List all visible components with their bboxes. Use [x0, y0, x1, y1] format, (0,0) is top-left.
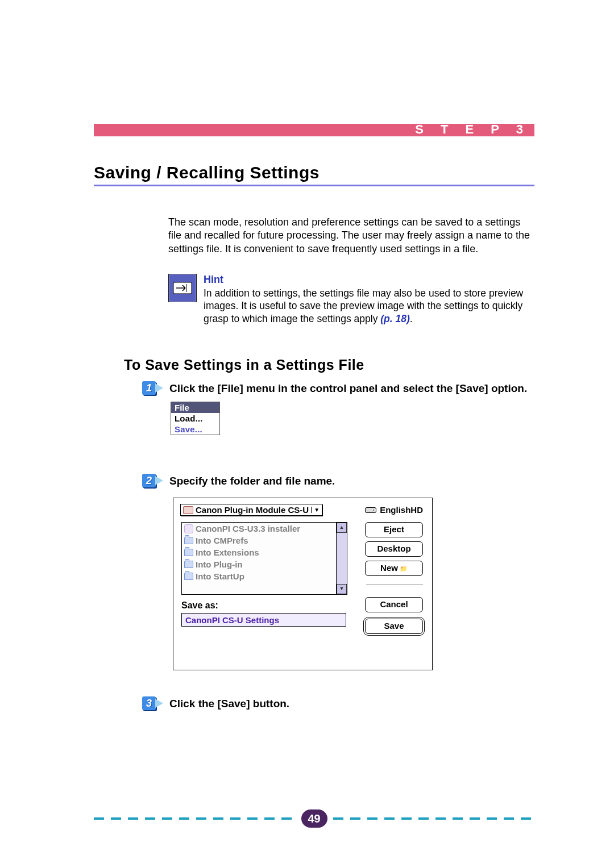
eject-button[interactable]: Eject [365, 522, 423, 537]
list-item-label: Into CMPrefs [196, 536, 248, 545]
save-dialog: Canon Plug-in Module CS-U ▼ EnglishHD Ca… [173, 498, 433, 670]
chevron-down-icon: ▼ [311, 507, 320, 513]
scroll-down-icon[interactable]: ▼ [337, 584, 347, 594]
step-marker-1: 1 [142, 381, 163, 396]
new-folder-button[interactable]: New📁 [365, 561, 423, 576]
list-item-label: Into Extensions [196, 548, 259, 557]
cancel-button[interactable]: Cancel [365, 597, 423, 612]
step-2: 2 Specify the folder and file name. [143, 475, 534, 487]
svg-marker-2 [155, 476, 163, 485]
step-label: S T E P 3 [415, 122, 530, 137]
desktop-button[interactable]: Desktop [365, 541, 423, 557]
list-item-label: Into StartUp [196, 571, 244, 581]
folder-icon [184, 537, 193, 544]
step-number-3: 3 [146, 698, 152, 710]
folder-dropdown-label: Canon Plug-in Module CS-U [196, 505, 309, 515]
hint-page-ref[interactable]: (p. 18) [380, 313, 410, 324]
file-listbox[interactable]: CanonPI CS-U3.3 installer Into CMPrefs I… [181, 522, 347, 595]
file-menu-item-save[interactable]: Save... [171, 424, 219, 435]
new-button-label: New [380, 563, 398, 573]
save-button[interactable]: Save [365, 619, 423, 634]
page-footer: 49 [94, 809, 534, 828]
step-marker-3: 3 [142, 696, 163, 711]
step-number-1: 1 [146, 382, 152, 394]
hint-heading: Hint [204, 274, 534, 286]
footer-dashes-left [94, 817, 296, 820]
list-item[interactable]: Into Extensions [182, 546, 337, 558]
scroll-up-icon[interactable]: ▲ [337, 523, 347, 533]
list-item-label: CanonPI CS-U3.3 installer [196, 524, 300, 533]
subheading: To Save Settings in a Settings File [124, 357, 534, 373]
file-menu: File Load... Save... [171, 402, 220, 435]
folder-icon [184, 549, 193, 556]
new-folder-icon: 📁 [400, 565, 408, 572]
intro-text: The scan mode, resolution and preference… [168, 216, 534, 256]
step-2-text: Specify the folder and file name. [169, 475, 534, 487]
folder-dropdown[interactable]: Canon Plug-in Module CS-U ▼ [180, 504, 322, 516]
hint-block: Hint In addition to settings, the settin… [168, 274, 534, 325]
step-3-text: Click the [Save] button. [169, 698, 534, 710]
app-icon [184, 524, 193, 533]
drive-name: EnglishHD [380, 505, 423, 515]
footer-dashes-right [333, 817, 535, 820]
list-item[interactable]: Into CMPrefs [182, 535, 337, 546]
svg-marker-3 [155, 699, 163, 708]
list-item[interactable]: CanonPI CS-U3.3 installer [182, 523, 337, 535]
step-number-2: 2 [146, 475, 152, 487]
hint-body-after: . [410, 313, 413, 324]
file-menu-item-load[interactable]: Load... [171, 413, 219, 424]
step-header-bar: S T E P 3 [94, 124, 534, 136]
svg-marker-1 [155, 383, 163, 393]
list-item[interactable]: Into StartUp [182, 570, 337, 582]
save-as-label: Save as: [181, 600, 218, 611]
save-as-input[interactable]: CanonPI CS-U Settings [181, 613, 346, 627]
open-folder-icon [183, 506, 193, 514]
step-1: 1 Click the [File] menu in the control p… [143, 382, 534, 395]
file-menu-title[interactable]: File [171, 402, 219, 413]
hint-icon [168, 274, 197, 302]
list-item[interactable]: Into Plug-in [182, 558, 337, 570]
hint-body-text: In addition to settings, the settings fi… [204, 287, 523, 324]
page-title: Saving / Recalling Settings [94, 163, 534, 186]
button-separator [366, 585, 423, 585]
hint-body: In addition to settings, the settings fi… [204, 287, 534, 325]
step-3: 3 Click the [Save] button. [143, 698, 534, 710]
step-1-text: Click the [File] menu in the control pan… [169, 382, 534, 395]
list-item-label: Into Plug-in [196, 560, 242, 569]
step-marker-2: 2 [142, 474, 163, 489]
drive-label: EnglishHD [365, 505, 423, 515]
folder-icon [184, 561, 193, 568]
drive-icon [365, 507, 376, 513]
page-number: 49 [301, 809, 327, 828]
scrollbar[interactable]: ▲ ▼ [336, 523, 347, 594]
folder-icon [184, 573, 193, 580]
